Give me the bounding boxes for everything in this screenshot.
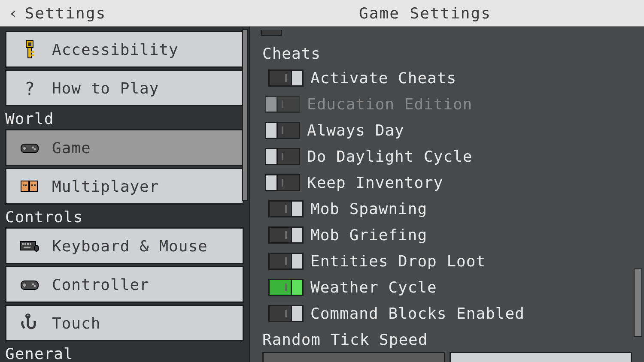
- toggle-education-edition: [265, 96, 300, 113]
- toggle-do-daylight-cycle[interactable]: [265, 148, 300, 165]
- svg-rect-3: [31, 51, 34, 53]
- toggle-keep-inventory[interactable]: [265, 174, 300, 191]
- toggle-label: Command Blocks Enabled: [310, 305, 525, 322]
- svg-point-27: [32, 284, 34, 286]
- svg-rect-21: [30, 243, 31, 245]
- gamepad-icon: [16, 137, 43, 158]
- toggle-row-8: Weather Cycle: [262, 278, 632, 296]
- touch-icon: [16, 312, 43, 334]
- chevron-left-icon: ‹: [9, 4, 19, 22]
- players-icon: [16, 175, 43, 197]
- toggle-activate-cheats[interactable]: [268, 69, 304, 87]
- partial-toggle-above[interactable]: [261, 30, 282, 36]
- svg-rect-1: [28, 42, 31, 46]
- main-scrollbar[interactable]: [634, 268, 642, 337]
- random-tick-input[interactable]: [262, 352, 445, 362]
- sidebar-section-world: World: [5, 108, 244, 129]
- main-panel: Cheats Activate CheatsEducation EditionA…: [249, 27, 644, 362]
- toggle-row-0: Activate Cheats: [262, 69, 632, 87]
- keyboard-icon: [16, 235, 43, 256]
- gamepad-icon: [16, 274, 43, 295]
- svg-rect-16: [34, 184, 36, 186]
- sidebar-section-general: General: [5, 343, 244, 362]
- sidebar-item-label: Multiplayer: [52, 178, 159, 195]
- svg-point-9: [32, 147, 34, 149]
- toggle-label: Do Daylight Cycle: [307, 148, 472, 165]
- toggle-label: Activate Cheats: [310, 69, 456, 87]
- svg-point-23: [34, 245, 39, 251]
- back-label: Settings: [25, 4, 106, 22]
- svg-text:?: ?: [24, 79, 36, 98]
- toggle-always-day[interactable]: [265, 122, 300, 139]
- toggle-weather-cycle[interactable]: [268, 279, 304, 296]
- sidebar-item-label: Keyboard & Mouse: [52, 237, 208, 255]
- section-title-cheats: Cheats: [262, 45, 632, 62]
- key-icon: [16, 39, 43, 60]
- toggle-label: Education Edition: [307, 95, 472, 113]
- svg-rect-19: [24, 243, 26, 245]
- sidebar-item-label: Controller: [52, 276, 149, 293]
- toggle-row-3: Do Daylight Cycle: [262, 148, 632, 165]
- toggle-mob-spawning[interactable]: [268, 200, 304, 217]
- svg-rect-12: [30, 181, 37, 191]
- header-bar: ‹ Settings Game Settings: [0, 0, 644, 27]
- svg-rect-20: [27, 243, 29, 245]
- toggle-mob-griefing[interactable]: [268, 226, 304, 244]
- sidebar-item-game[interactable]: Game: [5, 129, 244, 166]
- toggle-entities-drop-loot[interactable]: [268, 253, 304, 270]
- svg-point-10: [34, 148, 36, 151]
- sidebar: Accessibility?How to PlayWorldGameMultip…: [0, 27, 249, 362]
- toggle-label: Always Day: [307, 121, 404, 139]
- toggle-command-blocks-enabled[interactable]: [268, 305, 304, 322]
- toggle-row-6: Mob Griefing: [262, 226, 632, 244]
- sidebar-item-keyboard[interactable]: Keyboard & Mouse: [5, 227, 244, 264]
- back-button[interactable]: ‹ Settings: [9, 4, 106, 22]
- sidebar-item-multiplayer[interactable]: Multiplayer: [5, 168, 244, 205]
- toggle-label: Keep Inventory: [307, 174, 443, 191]
- toggle-row-5: Mob Spawning: [262, 200, 632, 217]
- svg-rect-17: [20, 241, 36, 250]
- svg-point-28: [34, 285, 36, 287]
- random-tick-label: Random Tick Speed: [262, 331, 632, 348]
- svg-rect-14: [25, 184, 27, 186]
- random-tick-secondary[interactable]: [450, 352, 632, 362]
- svg-rect-2: [28, 48, 31, 58]
- svg-rect-8: [23, 148, 26, 149]
- question-icon: ?: [16, 77, 43, 99]
- sidebar-item-controller[interactable]: Controller: [5, 266, 244, 303]
- toggle-label: Weather Cycle: [310, 278, 437, 296]
- sidebar-item-accessibility[interactable]: Accessibility: [5, 31, 244, 68]
- toggle-label: Entities Drop Loot: [310, 252, 486, 270]
- toggle-label: Mob Spawning: [310, 200, 427, 217]
- svg-rect-4: [31, 54, 34, 56]
- toggle-row-4: Keep Inventory: [262, 174, 632, 191]
- svg-rect-18: [22, 243, 24, 245]
- sidebar-item-touch[interactable]: Touch: [5, 305, 244, 341]
- sidebar-item-label: Game: [52, 139, 91, 157]
- sidebar-item-howtoplay[interactable]: ?How to Play: [5, 69, 244, 106]
- toggle-row-2: Always Day: [262, 121, 632, 139]
- svg-rect-22: [24, 247, 30, 248]
- toggle-row-1: Education Edition: [262, 95, 632, 113]
- toggle-row-9: Command Blocks Enabled: [262, 305, 632, 322]
- sidebar-scrollbar[interactable]: [242, 29, 248, 201]
- svg-rect-15: [31, 184, 33, 186]
- toggle-label: Mob Griefing: [310, 226, 427, 244]
- svg-rect-13: [23, 184, 24, 186]
- sidebar-item-label: How to Play: [52, 79, 159, 97]
- sidebar-section-controls: Controls: [5, 206, 244, 227]
- page-title: Game Settings: [359, 4, 491, 22]
- sidebar-item-label: Touch: [52, 314, 100, 332]
- svg-rect-26: [23, 284, 26, 286]
- sidebar-item-label: Accessibility: [52, 41, 179, 58]
- svg-rect-11: [21, 181, 29, 191]
- toggle-row-7: Entities Drop Loot: [262, 252, 632, 270]
